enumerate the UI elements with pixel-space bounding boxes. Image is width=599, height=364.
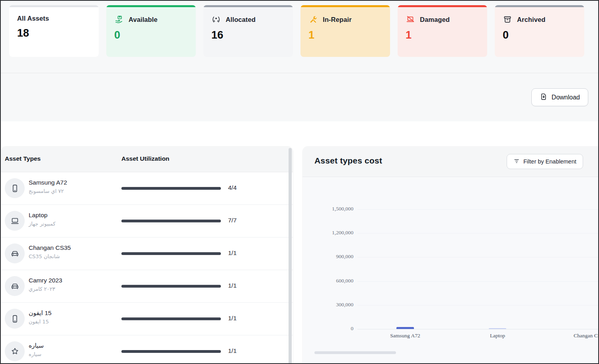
card-top-row: Archived (503, 15, 576, 24)
asset-type-row[interactable]: سيارهسياره1/1 (1, 335, 293, 364)
status-card-allocated[interactable]: Allocated16 (203, 5, 293, 57)
laptop-icon (10, 216, 20, 226)
asset-table-header: Asset Types Asset Utilization (1, 146, 293, 172)
y-axis-tick: 300,000 (314, 302, 353, 308)
gridline (357, 257, 598, 257)
asset-title: ايفون ‎15 (29, 309, 51, 317)
car-icon (10, 249, 20, 258)
x-axis-label: Samsung A72 (373, 333, 437, 339)
utilization-value: 7/7 (228, 217, 237, 224)
avatar (5, 309, 25, 329)
asset-subtitle: ايفون ‎15 (29, 319, 49, 325)
card-body: Allocated16 (203, 7, 293, 57)
allocated-icon (211, 15, 221, 24)
card-value: 0 (114, 29, 188, 41)
card-label: Available (129, 16, 158, 23)
card-label: In-Repair (323, 16, 351, 23)
card-body: All Assets18 (9, 7, 99, 57)
utilization-bar (121, 252, 221, 255)
card-body: Archived0 (495, 7, 584, 57)
y-axis-tick: 1,500,000 (314, 206, 353, 212)
asset-dashboard: All Assets18Available0Allocated16In-Repa… (0, 0, 599, 364)
filter-button-label: Filter by Enablement (523, 158, 576, 165)
download-button-label: Download (552, 94, 580, 101)
card-value: 1 (406, 29, 479, 41)
asset-type-row[interactable]: ايفون ‎15ايفون ‎151/1 (1, 303, 293, 335)
car-icon (10, 282, 20, 291)
download-button[interactable]: Download (531, 88, 588, 106)
gridline (357, 281, 598, 282)
asset-subtitle: CS35 شانجان (29, 253, 60, 259)
avatar (5, 178, 25, 198)
card-label: Damaged (420, 16, 450, 23)
x-axis-label: Changan CS35 (558, 333, 598, 339)
chart-bar-1[interactable] (396, 327, 414, 329)
card-label: All Assets (17, 15, 49, 22)
asset-type-row[interactable]: Camry 2023كامري ‎٢٠٢٣1/1 (1, 270, 293, 303)
asset-subtitle: سياره (29, 351, 41, 357)
utilization-value: 1/1 (228, 249, 237, 257)
status-card-all-assets[interactable]: All Assets18 (9, 5, 99, 57)
asset-subtitle: كامري ‎٢٠٢٣ (29, 286, 55, 292)
gridline (357, 305, 598, 306)
card-value: 18 (17, 27, 91, 39)
asset-type-row[interactable]: Samsung A72سامسونج ‎اي ‎٧٢4/4 (1, 172, 293, 205)
card-body: In-Repair1 (300, 7, 390, 57)
utilization-bar (121, 187, 221, 190)
download-icon (540, 93, 548, 101)
avatar (5, 341, 25, 361)
star-icon (10, 347, 20, 356)
asset-title: Laptop (29, 212, 47, 219)
utilization-value: 1/1 (228, 282, 237, 289)
status-card-damaged[interactable]: Damaged1 (398, 5, 487, 57)
asset-title: Camry 2023 (29, 277, 62, 284)
chart-bar-2[interactable] (489, 328, 506, 329)
phone-icon (10, 184, 20, 193)
status-card-archived[interactable]: Archived0 (495, 5, 584, 57)
utilization-bar (121, 285, 221, 288)
damaged-icon (406, 15, 415, 24)
filter-by-enablement-button[interactable]: Filter by Enablement (507, 154, 583, 169)
horizontal-scrollbar[interactable] (314, 351, 396, 354)
y-axis-tick: 1,200,000 (314, 230, 353, 236)
asset-cost-panel: Asset types cost Filter by Enablement 03… (302, 146, 598, 364)
archived-icon (503, 15, 512, 24)
asset-type-row[interactable]: Laptopجهاز ‎كمبيوتر7/7 (1, 205, 293, 237)
utilization-bar (121, 220, 221, 222)
avatar (5, 211, 25, 231)
download-icon (540, 93, 548, 102)
card-label: Allocated (226, 16, 256, 23)
utilization-value: 4/4 (228, 184, 237, 191)
cost-panel-header: Asset types cost Filter by Enablement (302, 146, 598, 177)
gridline (357, 233, 598, 234)
column-header-asset-utilization: Asset Utilization (121, 155, 170, 162)
phone-icon (10, 314, 20, 323)
card-value: 1 (308, 29, 382, 41)
vertical-scrollbar[interactable] (289, 148, 292, 364)
toolbar-section: Download (1, 73, 598, 121)
asset-rows: Samsung A72سامسونج ‎اي ‎٧٢4/4Laptopجهاز … (1, 172, 293, 364)
asset-types-panel: Asset Types Asset Utilization Samsung A7… (1, 146, 293, 364)
utilization-value: 1/1 (228, 315, 237, 322)
y-axis-tick: 900,000 (314, 253, 353, 260)
utilization-bar (121, 317, 221, 320)
avatar (5, 276, 25, 296)
asset-title: Samsung A72 (29, 179, 67, 186)
utilization-value: 1/1 (228, 347, 237, 354)
card-top-row: In-Repair (308, 15, 382, 24)
asset-subtitle: جهاز ‎كمبيوتر (29, 221, 55, 227)
column-header-asset-types: Asset Types (5, 155, 41, 162)
status-cards-section: All Assets18Available0Allocated16In-Repa… (1, 1, 598, 73)
card-value: 16 (211, 29, 285, 41)
asset-subtitle: سامسونج ‎اي ‎٧٢ (29, 188, 64, 194)
card-body: Available0 (106, 7, 196, 57)
avatar (5, 243, 25, 263)
asset-cost-chart: 0300,000600,000900,0001,200,0001,500,000… (302, 177, 598, 364)
status-card-available[interactable]: Available0 (106, 5, 196, 57)
status-card-in-repair[interactable]: In-Repair1 (300, 5, 390, 57)
asset-title: سياره (29, 342, 44, 349)
asset-type-row[interactable]: Changan CS35CS35 شانجان1/1 (1, 237, 293, 270)
y-axis-tick: 600,000 (314, 278, 353, 284)
card-body: Damaged1 (398, 7, 487, 57)
status-cards-row: All Assets18Available0Allocated16In-Repa… (1, 1, 598, 57)
